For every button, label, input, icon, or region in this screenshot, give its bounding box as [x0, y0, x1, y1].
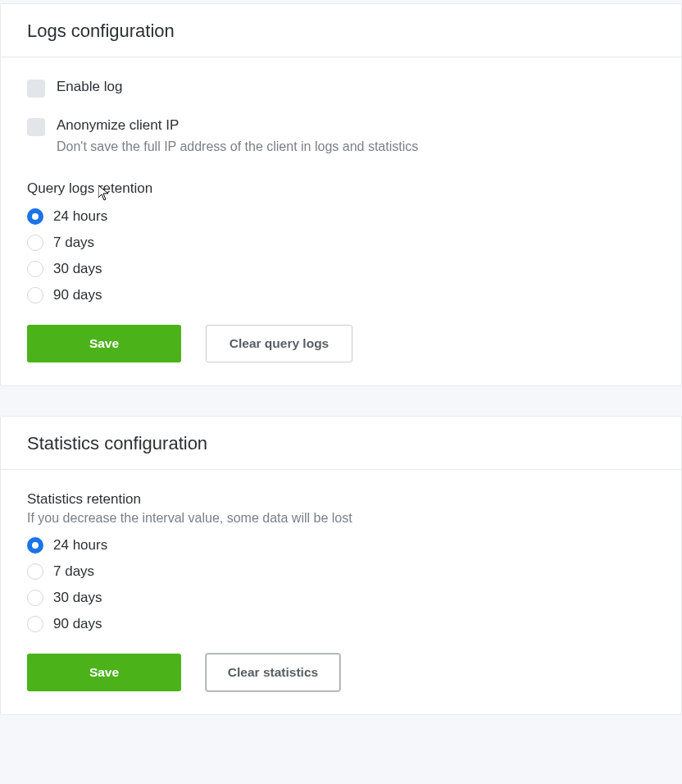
radio-icon	[27, 563, 43, 580]
enable-log-label[interactable]: Enable log	[57, 79, 122, 95]
statistics-configuration-card: Statistics configuration Statistics rete…	[0, 416, 682, 715]
stats-card-header: Statistics configuration	[1, 417, 681, 470]
enable-log-row: Enable log	[27, 79, 655, 98]
enable-log-content: Enable log	[57, 79, 122, 95]
radio-icon	[27, 590, 43, 606]
stats-retention-option-90-days[interactable]: 90 days	[27, 616, 655, 632]
radio-label: 7 days	[53, 563, 94, 580]
stats-retention-block: Statistics retention If you decrease the…	[27, 491, 655, 526]
radio-label: 90 days	[53, 616, 102, 632]
radio-label: 30 days	[53, 590, 102, 606]
save-logs-button[interactable]: Save	[27, 325, 181, 362]
logs-retention-option-30-days[interactable]: 30 days	[27, 261, 655, 277]
logs-configuration-card: Logs configuration Enable log Anonymize …	[0, 3, 682, 386]
stats-button-row: Save Clear statistics	[27, 654, 655, 691]
stats-card-body: Statistics retention If you decrease the…	[1, 470, 681, 714]
radio-icon	[27, 616, 43, 632]
radio-icon	[27, 287, 43, 303]
save-stats-button[interactable]: Save	[27, 654, 181, 691]
logs-card-body: Enable log Anonymize client IP Don't sav…	[1, 57, 681, 385]
radio-icon	[27, 235, 43, 251]
anonymize-ip-row: Anonymize client IP Don't save the full …	[27, 117, 655, 156]
clear-query-logs-button[interactable]: Clear query logs	[206, 325, 352, 362]
radio-icon	[27, 537, 43, 554]
logs-button-row: Save Clear query logs	[27, 325, 655, 362]
stats-retention-option-7-days[interactable]: 7 days	[27, 563, 655, 580]
logs-card-header: Logs configuration	[1, 4, 681, 57]
logs-title: Logs configuration	[27, 21, 655, 42]
logs-retention-option-7-days[interactable]: 7 days	[27, 235, 655, 251]
anonymize-ip-helper: Don't save the full IP address of the cl…	[57, 137, 418, 156]
stats-retention-option-30-days[interactable]: 30 days	[27, 590, 655, 606]
stats-retention-label: Statistics retention	[27, 491, 655, 508]
radio-icon	[27, 261, 43, 277]
stats-title: Statistics configuration	[27, 433, 655, 454]
stats-retention-group: 24 hours 7 days 30 days 90 days	[27, 537, 655, 632]
anonymize-ip-checkbox[interactable]	[27, 118, 45, 136]
radio-label: 24 hours	[53, 537, 107, 554]
query-logs-retention-group: 24 hours 7 days 30 days 90 days	[27, 208, 655, 303]
clear-statistics-button[interactable]: Clear statistics	[206, 654, 340, 691]
logs-retention-option-90-days[interactable]: 90 days	[27, 287, 655, 303]
radio-label: 90 days	[53, 287, 102, 303]
enable-log-checkbox[interactable]	[27, 80, 45, 98]
radio-icon	[27, 208, 43, 225]
stats-retention-helper: If you decrease the interval value, some…	[27, 511, 655, 526]
anonymize-ip-content: Anonymize client IP Don't save the full …	[57, 117, 418, 156]
logs-retention-option-24-hours[interactable]: 24 hours	[27, 208, 655, 225]
anonymize-ip-label[interactable]: Anonymize client IP	[57, 117, 418, 134]
radio-label: 24 hours	[53, 208, 107, 225]
query-logs-retention-label: Query logs retention	[27, 180, 655, 197]
radio-label: 7 days	[53, 235, 94, 251]
radio-label: 30 days	[53, 261, 102, 277]
stats-retention-option-24-hours[interactable]: 24 hours	[27, 537, 655, 554]
